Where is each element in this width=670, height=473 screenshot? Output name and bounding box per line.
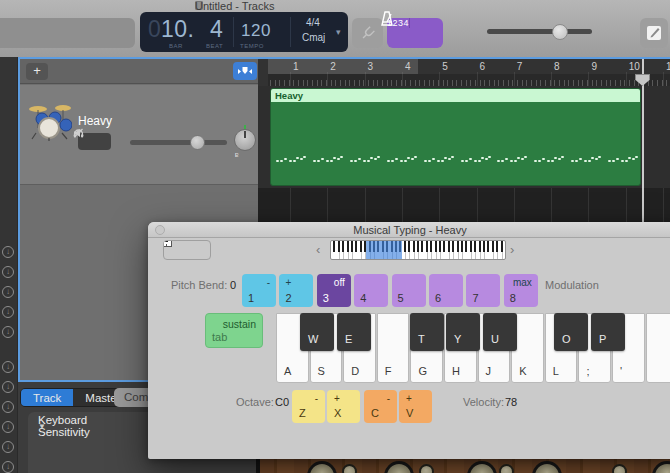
track-volume-knob[interactable]	[190, 135, 205, 150]
midi-note	[350, 160, 353, 162]
white-key-label: G	[418, 365, 427, 377]
catch-playhead-button[interactable]	[233, 62, 257, 80]
wood-knob	[467, 461, 497, 473]
octave-key-x[interactable]: X+	[327, 390, 360, 423]
download-circle-icon[interactable]: ↓	[2, 461, 14, 473]
download-circle-icon[interactable]: ↓	[2, 326, 14, 338]
track-heavy-row[interactable]: Heavy LR	[20, 85, 258, 185]
octave-key-tag: +	[406, 393, 412, 404]
musical-typing-window: Musical Typing - Heavy ‹ › Pitch Bend: 0…	[148, 222, 670, 459]
pitch-bend-key-1[interactable]: 1-	[242, 274, 276, 307]
add-track-button[interactable]: +	[26, 63, 48, 80]
octave-key-letter: V	[406, 407, 413, 419]
midi-note	[612, 160, 615, 162]
sound-library-strip: ↓↓↓↓↓↓↓↓↓↓↓	[0, 57, 18, 473]
pitch-bend-key-6[interactable]: 6	[429, 274, 463, 307]
master-volume-slider[interactable]	[487, 29, 592, 34]
white-key-f[interactable]: F	[377, 313, 410, 383]
midi-note	[579, 158, 582, 160]
black-key-p[interactable]: P	[591, 313, 625, 351]
octave-range-left-arrow[interactable]: ‹	[316, 242, 320, 257]
mini-keyboard-black-keys	[331, 241, 505, 252]
tuner-button[interactable]	[352, 18, 383, 48]
headphones-icon	[73, 128, 84, 138]
sustain-key[interactable]: sustain tab	[205, 313, 263, 348]
octave-range-right-arrow[interactable]: ›	[510, 242, 514, 257]
black-key-e[interactable]: E	[337, 313, 371, 351]
drum-kit-image	[28, 101, 72, 141]
black-key-w[interactable]: W	[300, 313, 334, 351]
black-key-t[interactable]: T	[410, 313, 444, 351]
wood-knob	[652, 461, 670, 473]
black-key-u[interactable]: U	[483, 313, 517, 351]
master-volume-knob[interactable]	[552, 24, 568, 40]
black-key-o[interactable]: O	[554, 313, 588, 351]
midi-note	[404, 160, 407, 162]
pitch-bend-key-2[interactable]: 2+	[279, 274, 313, 307]
mute-solo-group	[78, 133, 111, 150]
download-circle-icon[interactable]: ↓	[2, 361, 14, 373]
pitch-key-number: 3	[323, 292, 329, 304]
midi-note	[534, 160, 537, 162]
notepad-button[interactable]	[640, 18, 668, 48]
white-key-label: J	[486, 365, 492, 377]
download-circle-icon[interactable]: ↓	[2, 306, 14, 318]
pitch-bend-key-8[interactable]: 8max	[504, 274, 538, 307]
octave-key-z[interactable]: Z-	[292, 390, 325, 423]
midi-note	[374, 158, 377, 160]
download-circle-icon[interactable]: ↓	[2, 441, 14, 453]
black-key-label: T	[418, 333, 425, 345]
toolbar: Untitled - Tracks 0 10. 4 BAR BEAT 120	[0, 0, 670, 57]
window-titlebar: Untitled - Tracks	[195, 0, 395, 11]
midi-note	[411, 158, 414, 160]
midi-note	[321, 158, 324, 160]
ruler-bar-number: 11	[666, 61, 670, 72]
download-circle-icon[interactable]: ↓	[2, 381, 14, 393]
lcd-divider	[233, 17, 234, 47]
octave-key-tag: -	[315, 393, 318, 404]
download-circle-icon[interactable]: ↓	[2, 421, 14, 433]
tuning-fork-icon	[361, 26, 375, 41]
midi-note	[451, 156, 454, 158]
midi-note	[497, 160, 500, 162]
midi-note	[481, 157, 484, 159]
lcd-bar-value: 10.	[161, 16, 194, 43]
octave-key-c[interactable]: C-	[364, 390, 397, 423]
download-circle-icon[interactable]: ↓	[2, 401, 14, 413]
midi-note	[628, 157, 631, 159]
octave-range-selection[interactable]	[366, 241, 402, 260]
white-key-partial[interactable]	[646, 313, 670, 383]
octave-key-tag: +	[334, 393, 340, 404]
track-volume-slider[interactable]	[130, 140, 227, 145]
white-key-label: L	[553, 365, 559, 377]
download-circle-icon[interactable]: ↓	[2, 286, 14, 298]
pitch-bend-key-3[interactable]: 3off	[317, 274, 351, 307]
midi-note	[437, 160, 440, 162]
download-circle-icon[interactable]: ↓	[2, 246, 14, 258]
tab-track[interactable]: Track	[21, 389, 73, 406]
download-circle-icon[interactable]: ↓	[2, 266, 14, 278]
pitch-bend-key-4[interactable]: 4	[354, 274, 388, 307]
midi-note	[296, 157, 299, 159]
lcd-tempo-label: TEMPO	[240, 43, 264, 49]
chevron-down-icon[interactable]: ▾	[336, 27, 341, 37]
lcd-bar-label: BAR	[169, 43, 183, 49]
pitch-key-tag: off	[334, 277, 345, 288]
midi-note	[621, 160, 624, 162]
midi-note	[289, 160, 292, 162]
pitch-bend-value: 0	[230, 279, 236, 291]
midi-note	[313, 160, 316, 162]
midi-region-heavy[interactable]: Heavy	[270, 88, 641, 186]
pitch-bend-key-5[interactable]: 5	[392, 274, 426, 307]
octave-range-keyboard[interactable]	[330, 240, 506, 260]
pitch-bend-key-7[interactable]: 7	[466, 274, 500, 307]
lcd-display[interactable]: 0 10. 4 BAR BEAT 120 TEMPO 4/4 Cmaj ▾	[140, 12, 348, 52]
instrument-panel-image	[256, 459, 670, 473]
midi-note	[584, 160, 587, 162]
musical-typing-title: Musical Typing - Heavy	[148, 224, 670, 236]
black-key-y[interactable]: Y	[446, 313, 480, 351]
musical-typing-titlebar[interactable]: Musical Typing - Heavy	[148, 222, 670, 238]
octave-key-letter: X	[334, 407, 341, 419]
octave-key-v[interactable]: V+	[399, 390, 432, 423]
ruler-bar-number: 5	[442, 61, 448, 72]
